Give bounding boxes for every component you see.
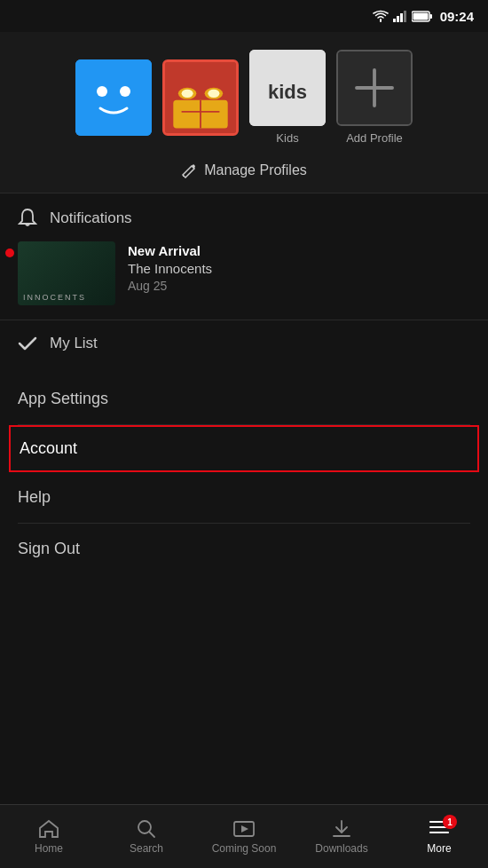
nav-downloads-label: Downloads bbox=[315, 842, 367, 855]
nav-coming-soon-label: Coming Soon bbox=[212, 842, 277, 855]
help-label: Help bbox=[18, 488, 51, 506]
svg-rect-6 bbox=[413, 12, 428, 20]
search-icon bbox=[137, 819, 156, 839]
profile-item-1[interactable] bbox=[75, 59, 152, 136]
profiles-row: kids Kids Add Profile bbox=[75, 50, 413, 145]
notification-date: Aug 25 bbox=[128, 279, 212, 293]
svg-point-14 bbox=[182, 89, 193, 97]
downloads-icon bbox=[332, 819, 351, 839]
profiles-section: kids Kids Add Profile Manage Profiles bbox=[0, 32, 488, 193]
account-label: Account bbox=[20, 439, 77, 457]
thumbnail-text: INNOCENTS bbox=[23, 293, 86, 302]
menu-item-sign-out[interactable]: Sign Out bbox=[18, 524, 470, 574]
nav-coming-soon[interactable]: Coming Soon bbox=[195, 819, 293, 855]
svg-rect-7 bbox=[75, 59, 152, 136]
notification-title: The Innocents bbox=[128, 261, 212, 276]
sign-out-label: Sign Out bbox=[18, 540, 80, 557]
svg-rect-3 bbox=[404, 11, 406, 22]
notification-text: New Arrival The Innocents Aug 25 bbox=[128, 241, 212, 293]
manage-profiles-button[interactable]: Manage Profiles bbox=[181, 162, 307, 178]
status-time: 09:24 bbox=[440, 9, 474, 24]
svg-marker-26 bbox=[241, 825, 248, 832]
svg-rect-1 bbox=[397, 16, 399, 22]
svg-rect-5 bbox=[429, 14, 432, 19]
status-bar: 09:24 bbox=[0, 0, 488, 32]
kids-label: Kids bbox=[276, 131, 298, 145]
status-icons bbox=[373, 10, 433, 22]
nav-home-label: Home bbox=[35, 842, 63, 855]
home-icon bbox=[38, 819, 59, 839]
notifications-title: Notifications bbox=[18, 208, 470, 229]
more-badge: 1 bbox=[443, 815, 457, 829]
svg-line-24 bbox=[149, 832, 154, 837]
manage-profiles-label: Manage Profiles bbox=[204, 162, 307, 178]
red-face-svg bbox=[165, 62, 236, 133]
add-profile-svg bbox=[338, 51, 411, 124]
profile-avatar-kids[interactable]: kids bbox=[249, 50, 326, 126]
notification-thumbnail: INNOCENTS bbox=[18, 241, 115, 305]
my-list-label: My List bbox=[50, 335, 98, 352]
svg-point-8 bbox=[97, 86, 107, 97]
kids-svg: kids bbox=[249, 50, 326, 126]
coming-soon-icon bbox=[233, 819, 255, 839]
pencil-icon bbox=[181, 162, 197, 178]
profile-item-add[interactable]: Add Profile bbox=[336, 50, 413, 145]
profile-item-kids[interactable]: kids Kids bbox=[249, 50, 326, 145]
nav-search-label: Search bbox=[130, 842, 163, 855]
svg-point-9 bbox=[120, 86, 130, 97]
svg-text:kids: kids bbox=[268, 81, 307, 103]
wifi-icon bbox=[373, 10, 389, 22]
nav-search[interactable]: Search bbox=[98, 819, 195, 855]
svg-rect-0 bbox=[393, 19, 396, 22]
notifications-label: Notifications bbox=[50, 209, 132, 227]
bottom-nav: Home Search Coming Soon Downloads bbox=[0, 804, 488, 868]
profile-avatar-add[interactable] bbox=[336, 50, 413, 126]
checkmark-icon bbox=[18, 335, 37, 352]
menu-list: App Settings Account Help Sign Out bbox=[0, 367, 488, 581]
nav-home[interactable]: Home bbox=[0, 819, 98, 855]
my-list-section[interactable]: My List bbox=[0, 320, 488, 367]
profile-avatar-1[interactable] bbox=[75, 59, 152, 136]
my-list-title[interactable]: My List bbox=[18, 335, 470, 352]
nav-more-badge-container: 1 bbox=[429, 818, 450, 839]
notifications-section: Notifications INNOCENTS New Arrival The … bbox=[0, 193, 488, 320]
app-settings-label: App Settings bbox=[18, 390, 108, 407]
signal-icon bbox=[393, 10, 407, 22]
battery-icon bbox=[412, 11, 433, 22]
profile-avatar-2[interactable] bbox=[162, 59, 239, 136]
menu-item-account[interactable]: Account bbox=[9, 425, 479, 472]
nav-more-label: More bbox=[427, 842, 451, 855]
menu-item-help[interactable]: Help bbox=[18, 472, 470, 524]
blue-face-svg bbox=[75, 59, 152, 136]
add-profile-label: Add Profile bbox=[346, 131, 403, 145]
profile-item-2[interactable] bbox=[162, 59, 239, 136]
nav-more[interactable]: 1 More bbox=[390, 818, 488, 855]
notification-item[interactable]: INNOCENTS New Arrival The Innocents Aug … bbox=[18, 241, 470, 305]
notification-tag: New Arrival bbox=[128, 243, 212, 258]
bell-icon bbox=[18, 208, 37, 229]
notification-dot bbox=[5, 249, 14, 257]
svg-rect-2 bbox=[400, 13, 403, 22]
menu-item-app-settings[interactable]: App Settings bbox=[18, 374, 470, 425]
nav-downloads[interactable]: Downloads bbox=[293, 819, 390, 855]
svg-point-15 bbox=[208, 89, 219, 97]
